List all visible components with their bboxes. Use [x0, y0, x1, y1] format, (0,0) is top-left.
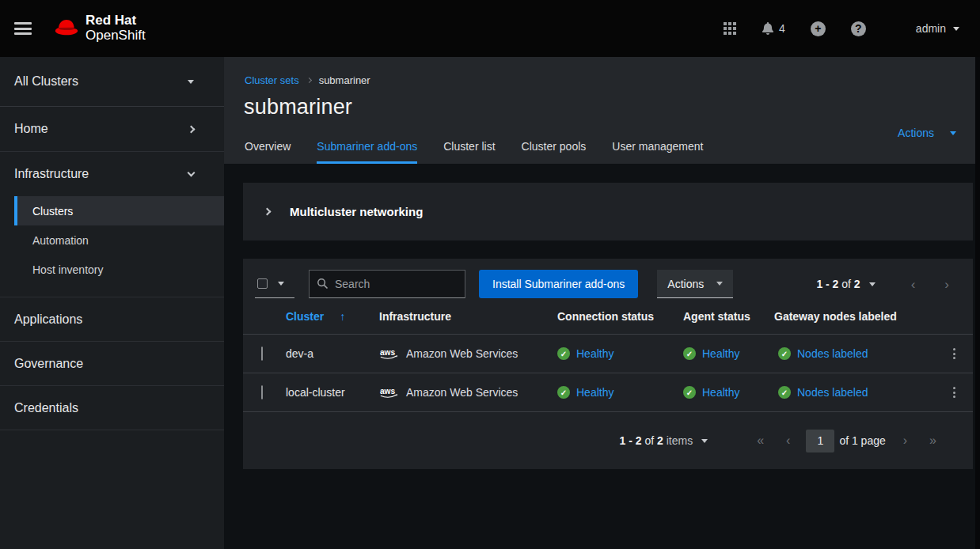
bulk-select-toggle[interactable]	[255, 270, 294, 298]
row-kebab-menu-button[interactable]	[946, 382, 962, 403]
row-select-checkbox[interactable]	[261, 385, 263, 399]
bottom-pagination: 1 - 2 of 2 items « ‹ of 1 page › »	[243, 411, 973, 469]
page-body: Multicluster networking	[224, 164, 980, 469]
breadcrumb-separator-icon	[306, 78, 312, 83]
section-title: Multicluster networking	[290, 205, 423, 218]
next-page-button[interactable]: ›	[944, 278, 949, 291]
app-launcher-button[interactable]	[724, 22, 736, 35]
app-window: Red Hat OpenShift 4 + ? admin	[0, 0, 980, 549]
column-header-connection-status[interactable]: Connection status	[557, 310, 683, 323]
bell-icon	[762, 22, 774, 35]
cluster-name-cell: dev-a	[286, 347, 379, 360]
row-select-checkbox[interactable]	[261, 346, 263, 361]
table-row: dev-a aws Amazon Web Services Healthy	[243, 334, 973, 373]
sort-ascending-icon	[324, 310, 345, 323]
chevron-right-icon	[188, 125, 196, 133]
check-circle-icon	[683, 347, 696, 360]
items-per-page-toggle[interactable]: 1 - 2 of 2 items	[620, 434, 708, 447]
tab-cluster-pools[interactable]: Cluster pools	[522, 140, 587, 164]
table-actions-dropdown[interactable]: Actions	[657, 270, 733, 298]
perspective-switcher[interactable]: All Clusters	[0, 57, 224, 107]
agent-status-link[interactable]: Healthy	[683, 347, 774, 360]
notifications-button[interactable]: 4	[762, 22, 785, 35]
svg-text:aws: aws	[380, 348, 396, 357]
username: admin	[916, 22, 946, 35]
plus-circle-icon: +	[811, 21, 826, 36]
sidebar: All Clusters Home Infrastructure Cluster…	[0, 57, 224, 549]
create-button[interactable]: +	[811, 21, 826, 36]
sidebar-item-infrastructure[interactable]: Infrastructure	[0, 152, 224, 196]
last-page-button[interactable]: »	[929, 434, 936, 447]
row-kebab-menu-button[interactable]	[946, 343, 962, 364]
help-button[interactable]: ?	[851, 21, 866, 36]
connection-status-link[interactable]: Healthy	[557, 347, 683, 360]
aws-icon: aws	[379, 385, 400, 399]
scrollbar-track[interactable]	[975, 57, 980, 549]
sidebar-item-host-inventory[interactable]: Host inventory	[14, 255, 224, 284]
first-page-button[interactable]: «	[757, 434, 764, 447]
sidebar-item-applications[interactable]: Applications	[0, 297, 224, 342]
breadcrumb: Cluster sets submariner	[224, 57, 980, 86]
caret-down-icon	[188, 80, 194, 84]
caret-down-icon	[950, 131, 956, 135]
expand-toggle-button[interactable]	[255, 200, 279, 224]
gateway-nodes-link[interactable]: Nodes labeled	[774, 347, 933, 360]
page-actions-dropdown[interactable]: Actions	[898, 127, 956, 139]
multicluster-networking-card: Multicluster networking	[243, 183, 973, 240]
gateway-nodes-link[interactable]: Nodes labeled	[774, 386, 933, 399]
search-input[interactable]	[309, 270, 465, 298]
perspective-label: All Clusters	[14, 74, 78, 89]
check-circle-icon	[683, 386, 696, 399]
sidebar-item-automation[interactable]: Automation	[14, 225, 224, 255]
brand-line1: Red Hat	[85, 13, 146, 28]
sidebar-item-home[interactable]: Home	[0, 107, 224, 152]
infrastructure-cell: aws Amazon Web Services	[379, 385, 557, 399]
sidebar-item-credentials[interactable]: Credentials	[0, 386, 224, 430]
tab-overview[interactable]: Overview	[245, 140, 291, 164]
cluster-name-cell: local-cluster	[286, 386, 379, 399]
sidebar-item-clusters[interactable]: Clusters	[14, 196, 224, 225]
column-header-infrastructure[interactable]: Infrastructure	[379, 310, 557, 323]
brand-line2: OpenShift	[85, 28, 146, 44]
app-grid-icon	[724, 22, 736, 35]
prev-page-button[interactable]: ‹	[911, 278, 916, 291]
caret-down-icon	[701, 439, 708, 443]
user-menu[interactable]: admin	[916, 22, 959, 35]
caret-down-icon	[278, 282, 284, 286]
agent-status-link[interactable]: Healthy	[683, 386, 774, 399]
pagination-summary-toggle[interactable]: 1 - 2 of 2	[816, 278, 875, 290]
install-submariner-button[interactable]: Install Submariner add-ons	[479, 270, 638, 298]
bulk-select-checkbox[interactable]	[257, 278, 268, 289]
sidebar-item-governance[interactable]: Governance	[0, 342, 224, 386]
check-circle-icon	[557, 347, 570, 360]
chevron-down-icon	[188, 169, 196, 177]
tab-cluster-list[interactable]: Cluster list	[443, 140, 495, 164]
column-header-cluster[interactable]: Cluster	[286, 310, 379, 323]
caret-down-icon	[953, 27, 959, 31]
page-number-input[interactable]	[806, 430, 834, 452]
tab-user-management[interactable]: User management	[612, 140, 703, 164]
connection-status-link[interactable]: Healthy	[557, 386, 683, 399]
prev-page-button[interactable]: ‹	[786, 434, 790, 447]
infrastructure-cell: aws Amazon Web Services	[379, 346, 557, 361]
caret-down-icon	[716, 282, 723, 286]
aws-icon: aws	[379, 346, 400, 361]
main-content: Cluster sets submariner submariner Actio…	[224, 57, 980, 549]
column-header-agent-status[interactable]: Agent status	[683, 310, 774, 323]
breadcrumb-link-cluster-sets[interactable]: Cluster sets	[245, 74, 299, 86]
table-toolbar: Install Submariner add-ons Actions 1 - 2…	[243, 259, 973, 299]
next-page-button[interactable]: ›	[903, 434, 907, 447]
redhat-fedora-icon	[52, 15, 81, 37]
check-circle-icon	[778, 386, 791, 399]
table-row: local-cluster aws Amazon Web Services He…	[243, 373, 973, 411]
chevron-right-icon	[263, 208, 271, 216]
tab-submariner-add-ons[interactable]: Submariner add-ons	[317, 140, 417, 164]
infrastructure-subnav: Clusters Automation Host inventory	[14, 196, 224, 284]
page-header: Cluster sets submariner submariner Actio…	[224, 57, 980, 164]
sidebar-toggle-button[interactable]	[14, 22, 32, 35]
masthead: Red Hat OpenShift 4 + ? admin	[0, 0, 980, 57]
search-icon	[317, 278, 329, 290]
column-header-gateway-nodes[interactable]: Gateway nodes labeled	[774, 310, 933, 323]
brand-logo[interactable]: Red Hat OpenShift	[52, 13, 146, 43]
question-circle-icon: ?	[851, 21, 866, 36]
